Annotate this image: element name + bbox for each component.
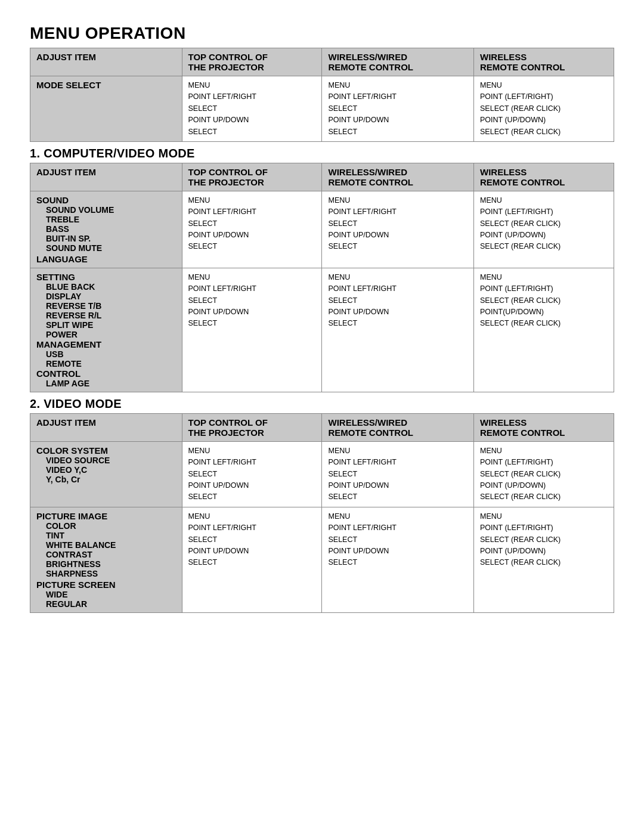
picture-image-row: PICTURE IMAGE COLOR TINT WHITE BALANCE C… [30,507,614,612]
header-wireless-remote: WIRELESSREMOTE CONTROL [474,48,614,76]
sound-wireless-remote: MENU POINT (LEFT/RIGHT) SELECT (REAR CLI… [474,191,614,268]
mode-select-table: ADJUST ITEM TOP CONTROL OFTHE PROJECTOR … [30,48,614,142]
mode-select-item: MODE SELECT [30,76,182,142]
s1-header-wireless-remote: WIRELESSREMOTE CONTROL [474,163,614,191]
mode-select-row: MODE SELECT MENU POINT LEFT/RIGHT SELECT… [30,76,614,142]
s2-header-wireless-remote: WIRELESSREMOTE CONTROL [474,413,614,441]
s2-header-adjust-item: ADJUST ITEM [30,413,182,441]
header-wired-remote: WIRELESS/WIREDREMOTE CONTROL [322,48,474,76]
setting-wired-remote: MENU POINT LEFT/RIGHT SELECT POINT UP/DO… [322,268,474,392]
s2-header-wired-remote: WIRELESS/WIREDREMOTE CONTROL [322,413,474,441]
setting-item: SETTING BLUE BACK DISPLAY REVERSE T/B RE… [30,268,182,392]
s1-header-wired-remote: WIRELESS/WIREDREMOTE CONTROL [322,163,474,191]
sound-wired-remote: MENU POINT LEFT/RIGHT SELECT POINT UP/DO… [322,191,474,268]
color-system-item: COLOR SYSTEM VIDEO SOURCE VIDEO Y,C Y, C… [30,441,182,507]
color-system-top-control: MENU POINT LEFT/RIGHT SELECT POINT UP/DO… [182,441,322,507]
section2-title: 2. VIDEO MODE [30,397,614,411]
header-top-control: TOP CONTROL OFTHE PROJECTOR [182,48,322,76]
color-system-row: COLOR SYSTEM VIDEO SOURCE VIDEO Y,C Y, C… [30,441,614,507]
header-adjust-item: ADJUST ITEM [30,48,182,76]
s2-header-top-control: TOP CONTROL OFTHE PROJECTOR [182,413,322,441]
s1-header-top-control: TOP CONTROL OFTHE PROJECTOR [182,163,322,191]
mode-select-wireless-remote: MENU POINT (LEFT/RIGHT) SELECT (REAR CLI… [474,76,614,142]
setting-top-control: MENU POINT LEFT/RIGHT SELECT POINT UP/DO… [182,268,322,392]
picture-image-wireless-remote: MENU POINT (LEFT/RIGHT) SELECT (REAR CLI… [474,507,614,612]
picture-image-item: PICTURE IMAGE COLOR TINT WHITE BALANCE C… [30,507,182,612]
computer-video-table: ADJUST ITEM TOP CONTROL OFTHE PROJECTOR … [30,163,614,392]
picture-image-top-control: MENU POINT LEFT/RIGHT SELECT POINT UP/DO… [182,507,322,612]
video-mode-table: ADJUST ITEM TOP CONTROL OFTHE PROJECTOR … [30,413,614,613]
section1-title: 1. COMPUTER/VIDEO MODE [30,147,614,160]
color-system-wireless-remote: MENU POINT (LEFT/RIGHT) SELECT (REAR CLI… [474,441,614,507]
sound-row: SOUND SOUND VOLUME TREBLE BASS BUIT-IN S… [30,191,614,268]
picture-image-wired-remote: MENU POINT LEFT/RIGHT SELECT POINT UP/DO… [322,507,474,612]
sound-top-control: MENU POINT LEFT/RIGHT SELECT POINT UP/DO… [182,191,322,268]
setting-row: SETTING BLUE BACK DISPLAY REVERSE T/B RE… [30,268,614,392]
mode-select-top-control: MENU POINT LEFT/RIGHT SELECT POINT UP/DO… [182,76,322,142]
mode-select-wired-remote: MENU POINT LEFT/RIGHT SELECT POINT UP/DO… [322,76,474,142]
s1-header-adjust-item: ADJUST ITEM [30,163,182,191]
setting-wireless-remote: MENU POINT (LEFT/RIGHT) SELECT (REAR CLI… [474,268,614,392]
page-title: MENU OPERATION [30,24,614,43]
sound-item: SOUND SOUND VOLUME TREBLE BASS BUIT-IN S… [30,191,182,268]
color-system-wired-remote: MENU POINT LEFT/RIGHT SELECT POINT UP/DO… [322,441,474,507]
